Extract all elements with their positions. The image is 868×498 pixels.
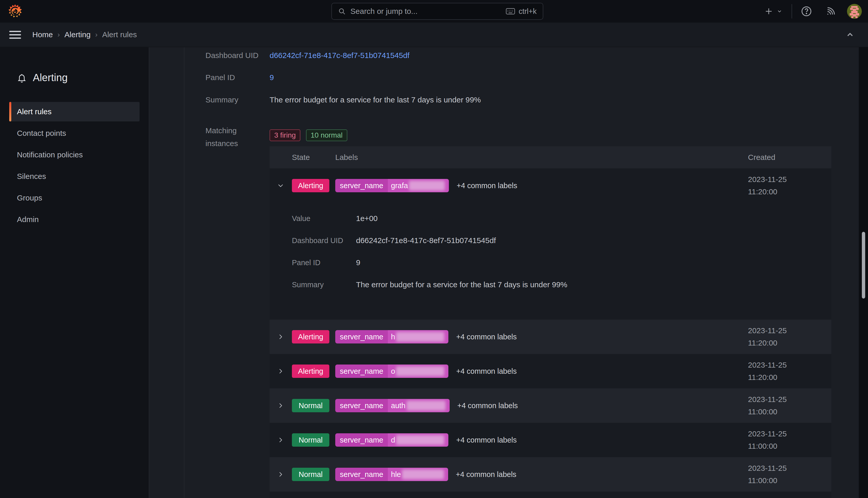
server-name-label-badge: server_namehle: [335, 468, 448, 481]
breadcrumb-home[interactable]: Home: [32, 30, 53, 39]
instance-row[interactable]: Alertingserver_nameo+4 common labels2023…: [270, 354, 831, 389]
state-badge: Alerting: [292, 330, 329, 343]
instance-row[interactable]: Normalserver_nameauth+4 common labels202…: [270, 389, 831, 423]
grafana-logo[interactable]: [8, 4, 23, 19]
plus-icon: [764, 7, 773, 16]
chevron-right-icon[interactable]: [277, 402, 284, 409]
instance-state-chips: 3 firing 10 normal: [270, 129, 347, 141]
label-value: auth: [388, 399, 449, 412]
menu-toggle-icon[interactable]: [9, 31, 21, 39]
created-time: 11:00:00: [748, 474, 787, 487]
news-button[interactable]: [825, 6, 836, 16]
sidebar-item-admin[interactable]: Admin: [9, 210, 139, 229]
breadcrumb-separator: ›: [57, 30, 60, 39]
created-date: 2023-11-25: [748, 359, 787, 371]
panel-id-link[interactable]: 9: [270, 72, 274, 83]
topbar-divider: [791, 4, 792, 18]
common-labels-text: +4 common labels: [457, 182, 517, 190]
sidebar-item-notification-policies[interactable]: Notification policies: [9, 145, 139, 165]
page-body: Alerting Alert rulesContact pointsNotifi…: [0, 47, 868, 498]
detail-label: Panel ID: [292, 258, 320, 268]
sidebar-item-contact-points[interactable]: Contact points: [9, 123, 139, 143]
instance-row-main: Normalserver_nameauth+4 common labels: [270, 389, 831, 423]
collapse-button[interactable]: [845, 30, 855, 39]
breadcrumb-alerting[interactable]: Alerting: [64, 30, 91, 39]
created-time: 11:20:00: [748, 186, 787, 198]
dashboard-uid-link[interactable]: d66242cf-71e8-417c-8ef7-51b0741545df: [270, 50, 409, 61]
normal-count-chip: 10 normal: [306, 129, 347, 141]
created-time: 11:20:00: [748, 371, 787, 383]
detail-label: Value: [292, 213, 310, 224]
breadcrumb-bar: Home › Alerting › Alert rules: [0, 23, 868, 47]
instance-row[interactable]: Alertingserver_nameh+4 common labels2023…: [270, 319, 831, 354]
label-key: server_name: [335, 399, 388, 412]
sidebar-item-alert-rules[interactable]: Alert rules: [9, 102, 139, 121]
field-label: Summary: [205, 94, 238, 105]
sidebar-title-text: Alerting: [33, 72, 68, 83]
detail-label: Dashboard UID: [292, 235, 343, 246]
search-shortcut: ctrl+k: [506, 7, 537, 16]
redacted-value: [396, 435, 444, 445]
chevron-right-icon[interactable]: [277, 471, 284, 478]
shortcut-text: ctrl+k: [519, 7, 537, 16]
state-badge: Alerting: [292, 179, 329, 192]
top-bar: Search or jump to... ctrl+k: [0, 0, 868, 23]
created-time: 11:00:00: [748, 440, 787, 452]
server-name-label-badge: server_namegrafa: [335, 179, 449, 192]
scrollbar-track[interactable]: [859, 47, 868, 498]
label-key: server_name: [335, 468, 388, 481]
created-date: 2023-11-25: [748, 428, 787, 440]
detail-value-link[interactable]: 9: [356, 258, 361, 268]
instances-rows: Alertingserver_namegrafa+4 common labels…: [270, 168, 831, 498]
chevron-right-icon[interactable]: [277, 333, 284, 340]
instance-row[interactable]: Alertingserver_namegrafa+4 common labels…: [270, 168, 831, 319]
label-value: d: [388, 433, 448, 447]
matching-instances-table: State Labels Created Alertingserver_name…: [270, 146, 831, 498]
instance-row-main: Alertingserver_nameo+4 common labels: [270, 354, 831, 389]
search-placeholder: Search or jump to...: [350, 7, 418, 16]
panel-divider: [184, 47, 185, 498]
instance-row[interactable]: Normalserver_namehle+4 common labels2023…: [270, 457, 831, 492]
redacted-value: [396, 366, 444, 376]
created-timestamp: 2023-11-2511:20:00: [748, 173, 787, 198]
common-labels-text: +4 common labels: [456, 333, 517, 341]
search-input[interactable]: Search or jump to... ctrl+k: [331, 3, 543, 20]
common-labels-text: +4 common labels: [456, 367, 517, 376]
instance-row[interactable]: Normalserver_nameind+4 common labels2023…: [270, 492, 831, 498]
chevron-right-icon[interactable]: [277, 368, 284, 375]
matching-instances-label: Matching instances: [205, 124, 252, 150]
chevron-down-icon[interactable]: [277, 182, 284, 189]
instance-row[interactable]: Normalserver_named+4 common labels2023-1…: [270, 423, 831, 457]
created-date: 2023-11-25: [748, 173, 787, 186]
sidebar-item-silences[interactable]: Silences: [9, 167, 139, 186]
sidebar-title: Alerting: [17, 72, 149, 83]
chevron-up-icon: [845, 30, 855, 39]
chevron-down-icon: [777, 9, 782, 14]
user-avatar[interactable]: [847, 4, 862, 19]
created-timestamp: 2023-11-2511:00:00: [748, 428, 787, 452]
label-key: server_name: [335, 330, 388, 343]
header-labels: Labels: [335, 146, 358, 168]
instance-row-main: Normalserver_namehle+4 common labels: [270, 457, 831, 492]
created-timestamp: 2023-11-2511:00:00: [748, 496, 787, 498]
scrollbar-thumb[interactable]: [862, 232, 865, 299]
chevron-right-icon[interactable]: [277, 437, 284, 443]
alerting-sidebar: Alerting Alert rulesContact pointsNotifi…: [0, 47, 149, 498]
summary-text: The error budget for a service for the l…: [270, 94, 481, 105]
created-timestamp: 2023-11-2511:20:00: [748, 325, 787, 349]
detail-value-link[interactable]: d66242cf-71e8-417c-8ef7-51b0741545df: [356, 235, 496, 246]
sidebar-item-groups[interactable]: Groups: [9, 188, 139, 208]
label-value: hle: [388, 468, 448, 481]
label-key: server_name: [335, 365, 388, 378]
state-badge: Normal: [292, 468, 329, 481]
detail-value-text: The error budget for a service for the l…: [356, 279, 567, 290]
detail-value-text: 1e+00: [356, 213, 378, 224]
state-badge: Normal: [292, 433, 329, 447]
created-timestamp: 2023-11-2511:00:00: [748, 393, 787, 418]
help-icon: [801, 6, 812, 17]
help-button[interactable]: [801, 6, 812, 17]
new-dropdown-button[interactable]: [764, 7, 782, 16]
sidebar-nav: Alert rulesContact pointsNotification po…: [0, 102, 149, 229]
redacted-value: [407, 401, 446, 410]
created-date: 2023-11-25: [748, 496, 787, 498]
